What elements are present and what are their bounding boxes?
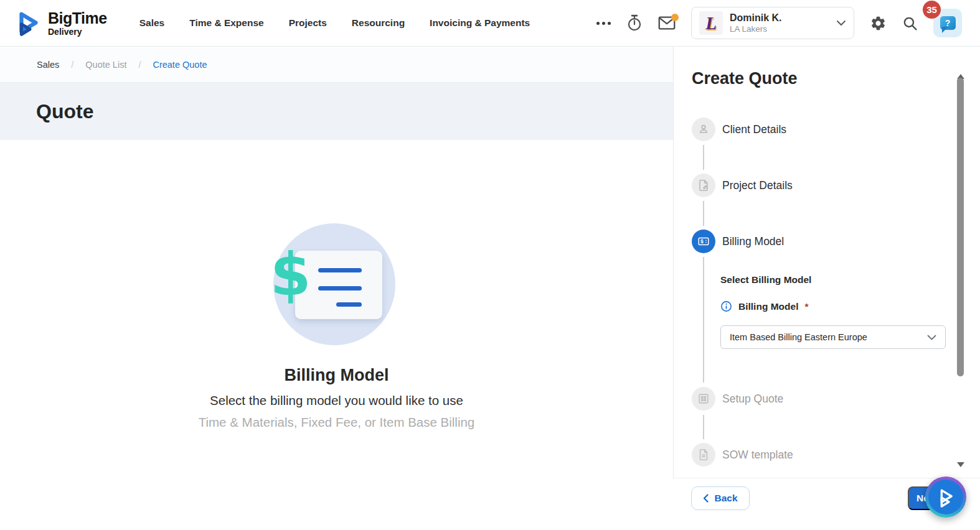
page-title: Quote <box>36 100 93 123</box>
main-content: $ Billing Model Select the billing model… <box>0 140 673 530</box>
content-subtitle: Select the billing model you would like … <box>0 393 673 408</box>
billing-model-field-row: Billing Model * <box>720 300 808 312</box>
content-heading: Billing Model <box>0 366 673 385</box>
back-button-label: Back <box>714 493 737 504</box>
breadcrumb-quote-list[interactable]: Quote List <box>85 60 126 70</box>
bigtime-fab-logo-icon <box>928 480 963 514</box>
timer-icon[interactable] <box>626 14 643 32</box>
nav-item-resourcing[interactable]: Resourcing <box>352 17 405 29</box>
brand-logo[interactable]: BigTime Delivery <box>14 9 107 37</box>
step-connector <box>703 201 704 226</box>
nav-item-projects[interactable]: Projects <box>289 17 327 29</box>
step-label-setup-quote[interactable]: Setup Quote <box>722 393 783 406</box>
nav-item-sales[interactable]: Sales <box>139 17 165 29</box>
nav-item-invoicing-payments[interactable]: Invoicing & Payments <box>430 17 530 29</box>
help-bubble-icon: ? <box>940 16 956 30</box>
breadcrumb-separator: / <box>71 60 73 70</box>
step-icon-project-details[interactable] <box>692 174 715 197</box>
brand-name: BigTime <box>48 11 107 26</box>
breadcrumb-separator: / <box>138 60 141 70</box>
step-icon-client-details[interactable] <box>692 118 715 141</box>
messages-icon[interactable] <box>658 16 676 30</box>
breadcrumb-sales[interactable]: Sales <box>37 60 59 70</box>
scrollbar-thumb[interactable] <box>957 78 964 376</box>
bigtime-logo-icon <box>14 9 42 37</box>
chevron-left-icon <box>703 494 709 503</box>
help-count-badge: 35 <box>923 1 941 19</box>
wizard-title: Create Quote <box>692 69 798 88</box>
content-hint: Time & Materials, Fixed Fee, or Item Bas… <box>0 415 673 430</box>
info-icon[interactable] <box>720 300 732 312</box>
chevron-down-icon <box>927 335 936 340</box>
top-bar: BigTime Delivery Sales Time & Expense Pr… <box>0 0 980 47</box>
nav-item-time-expense[interactable]: Time & Expense <box>189 17 263 29</box>
billing-model-select-value: Item Based Billing Eastern Europe <box>730 332 867 342</box>
breadcrumb: Sales / Quote List / Create Quote <box>0 47 673 83</box>
step-label-client-details[interactable]: Client Details <box>722 123 786 136</box>
step-icon-setup-quote[interactable] <box>692 387 715 411</box>
step-connector <box>703 415 704 439</box>
more-menu-icon[interactable] <box>596 22 611 25</box>
scrollbar-down-arrow[interactable] <box>957 462 964 471</box>
dollar-sign-icon: $ <box>270 246 311 304</box>
team-logo-avatar: L <box>699 11 723 35</box>
page-title-band: Quote <box>0 83 673 140</box>
user-name: Dominik K. <box>730 12 782 24</box>
step-label-project-details[interactable]: Project Details <box>722 179 793 192</box>
notification-dot <box>671 14 679 21</box>
illustration-text-line <box>318 286 362 291</box>
bigtime-assistant-fab[interactable] <box>925 477 966 518</box>
chevron-down-icon <box>836 17 846 29</box>
breadcrumb-create-quote[interactable]: Create Quote <box>153 60 207 70</box>
billing-model-field-label: Billing Model <box>738 301 798 312</box>
svg-text:$: $ <box>700 238 704 244</box>
step-connector <box>703 145 704 170</box>
user-org: LA Lakers <box>730 24 782 35</box>
brand-tagline: Delivery <box>48 27 107 36</box>
main-nav: Sales Time & Expense Projects Resourcing… <box>139 17 530 29</box>
step-label-billing-model[interactable]: Billing Model <box>722 235 784 248</box>
step-icon-billing-model[interactable]: $ <box>692 230 715 253</box>
search-icon[interactable] <box>902 16 918 31</box>
step-icon-sow-template[interactable] <box>692 443 715 467</box>
settings-gear-icon[interactable] <box>870 15 887 32</box>
illustration-text-line <box>318 268 362 272</box>
select-billing-model-label: Select Billing Model <box>720 274 811 286</box>
billing-model-select[interactable]: Item Based Billing Eastern Europe <box>720 325 946 349</box>
required-asterisk: * <box>804 301 808 312</box>
account-switcher[interactable]: L Dominik K. LA Lakers <box>691 7 854 39</box>
step-label-sow-template[interactable]: SOW template <box>722 449 793 462</box>
back-button[interactable]: Back <box>691 486 750 510</box>
step-connector <box>703 257 704 383</box>
create-quote-panel: Create Quote Client Details Project Deta… <box>673 47 980 530</box>
illustration-text-line <box>336 302 362 307</box>
